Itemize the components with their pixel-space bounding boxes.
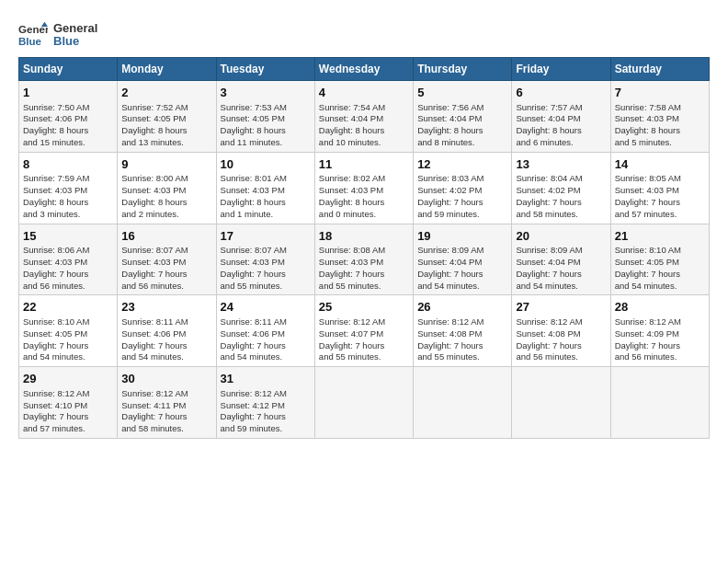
day-info-line: Daylight: 7 hours [615, 269, 705, 281]
day-number: 1 [23, 85, 113, 101]
col-header-monday: Monday [118, 58, 216, 81]
day-number: 19 [417, 228, 507, 245]
day-info-line: Sunrise: 8:11 AM [221, 316, 311, 328]
day-number: 13 [516, 156, 606, 173]
day-number: 8 [23, 156, 113, 173]
day-info-line: Sunrise: 7:58 AM [615, 102, 705, 114]
day-info-line: and 56 minutes. [121, 281, 211, 293]
day-info-line: and 3 minutes. [23, 209, 113, 221]
day-info-line: Sunset: 4:12 PM [221, 400, 311, 412]
day-number: 7 [615, 85, 705, 101]
day-info-line: Sunset: 4:04 PM [516, 113, 606, 125]
day-info-line: Daylight: 7 hours [23, 269, 113, 281]
day-cell: 25Sunrise: 8:12 AMSunset: 4:07 PMDayligh… [314, 295, 413, 367]
day-info-line: and 10 minutes. [319, 137, 409, 149]
day-number: 16 [121, 228, 211, 245]
day-cell [610, 367, 709, 439]
day-info-line: Sunrise: 8:11 AM [121, 316, 211, 328]
day-info-line: Daylight: 7 hours [516, 197, 606, 209]
day-info-line: and 54 minutes. [23, 351, 113, 363]
day-info-line: and 0 minutes. [319, 209, 409, 221]
day-info-line: Sunrise: 8:08 AM [319, 245, 409, 257]
day-number: 14 [615, 156, 705, 173]
day-info-line: Sunset: 4:09 PM [615, 328, 705, 340]
week-row-5: 29Sunrise: 8:12 AMSunset: 4:10 PMDayligh… [19, 367, 710, 439]
day-number: 18 [319, 228, 409, 245]
day-cell: 17Sunrise: 8:07 AMSunset: 4:03 PMDayligh… [216, 224, 314, 295]
day-number: 25 [319, 299, 409, 316]
day-info-line: and 56 minutes. [23, 281, 113, 293]
day-info-line: Sunrise: 8:07 AM [121, 245, 211, 257]
day-info-line: Sunrise: 8:10 AM [23, 316, 113, 328]
day-info-line: Daylight: 8 hours [23, 197, 113, 209]
day-info-line: and 8 minutes. [417, 137, 507, 149]
day-info-line: Sunrise: 8:12 AM [121, 388, 211, 400]
logo: General Blue General Blue [18, 20, 97, 50]
day-number: 9 [121, 156, 211, 173]
day-info-line: Daylight: 7 hours [121, 340, 211, 352]
day-number: 26 [417, 299, 507, 316]
day-cell: 3Sunrise: 7:53 AMSunset: 4:05 PMDaylight… [216, 81, 314, 153]
day-info-line: and 55 minutes. [319, 351, 409, 363]
col-header-saturday: Saturday [610, 58, 709, 81]
day-info-line: and 13 minutes. [121, 137, 211, 149]
day-info-line: Daylight: 7 hours [417, 197, 507, 209]
day-info-line: Daylight: 7 hours [121, 411, 211, 423]
day-info-line: and 59 minutes. [221, 423, 311, 435]
day-info-line: Sunrise: 7:52 AM [121, 102, 211, 114]
day-info-line: Daylight: 7 hours [417, 340, 507, 352]
day-info-line: Sunrise: 8:09 AM [516, 245, 606, 257]
day-cell: 20Sunrise: 8:09 AMSunset: 4:04 PMDayligh… [512, 224, 610, 295]
day-info-line: Daylight: 7 hours [615, 340, 705, 352]
day-info-line: Sunrise: 8:12 AM [417, 316, 507, 328]
day-info-line: Sunset: 4:06 PM [221, 328, 311, 340]
logo-icon: General Blue [18, 20, 48, 50]
day-number: 28 [615, 299, 705, 316]
day-info-line: Daylight: 7 hours [221, 269, 311, 281]
day-info-line: and 56 minutes. [516, 351, 606, 363]
day-info-line: Sunset: 4:02 PM [516, 185, 606, 197]
day-cell: 16Sunrise: 8:07 AMSunset: 4:03 PMDayligh… [118, 224, 216, 295]
day-info-line: Sunset: 4:02 PM [417, 185, 507, 197]
day-info-line: and 58 minutes. [516, 209, 606, 221]
day-number: 12 [417, 156, 507, 173]
day-info-line: Sunrise: 8:12 AM [516, 316, 606, 328]
day-info-line: and 55 minutes. [221, 281, 311, 293]
day-info-line: Daylight: 7 hours [319, 269, 409, 281]
day-cell: 11Sunrise: 8:02 AMSunset: 4:03 PMDayligh… [314, 152, 413, 224]
day-info-line: and 6 minutes. [516, 137, 606, 149]
day-info-line: Daylight: 7 hours [615, 197, 705, 209]
day-number: 4 [319, 85, 409, 101]
col-header-friday: Friday [512, 58, 610, 81]
day-cell: 14Sunrise: 8:05 AMSunset: 4:03 PMDayligh… [610, 152, 709, 224]
calendar-table: SundayMondayTuesdayWednesdayThursdayFrid… [18, 57, 710, 439]
day-info-line: Sunset: 4:03 PM [221, 257, 311, 269]
col-header-wednesday: Wednesday [314, 58, 413, 81]
day-info-line: Sunset: 4:06 PM [121, 328, 211, 340]
day-info-line: Sunset: 4:05 PM [121, 113, 211, 125]
day-info-line: Sunrise: 8:01 AM [221, 173, 311, 185]
week-row-3: 15Sunrise: 8:06 AMSunset: 4:03 PMDayligh… [19, 224, 710, 295]
day-cell: 15Sunrise: 8:06 AMSunset: 4:03 PMDayligh… [19, 224, 118, 295]
day-info-line: Sunset: 4:04 PM [516, 257, 606, 269]
day-info-line: Sunset: 4:05 PM [615, 257, 705, 269]
day-info-line: Sunset: 4:03 PM [23, 185, 113, 197]
day-cell: 9Sunrise: 8:00 AMSunset: 4:03 PMDaylight… [118, 152, 216, 224]
day-info-line: and 57 minutes. [615, 209, 705, 221]
day-info-line: and 54 minutes. [221, 351, 311, 363]
day-info-line: Sunrise: 8:02 AM [319, 173, 409, 185]
day-cell: 6Sunrise: 7:57 AMSunset: 4:04 PMDaylight… [512, 81, 610, 153]
day-cell: 4Sunrise: 7:54 AMSunset: 4:04 PMDaylight… [314, 81, 413, 153]
day-cell: 30Sunrise: 8:12 AMSunset: 4:11 PMDayligh… [118, 367, 216, 439]
day-info-line: Sunrise: 7:50 AM [23, 102, 113, 114]
day-info-line: Sunset: 4:03 PM [319, 257, 409, 269]
week-row-1: 1Sunrise: 7:50 AMSunset: 4:06 PMDaylight… [19, 81, 710, 153]
col-header-thursday: Thursday [414, 58, 512, 81]
day-info-line: Sunset: 4:03 PM [121, 257, 211, 269]
day-info-line: Daylight: 8 hours [221, 197, 311, 209]
day-info-line: Daylight: 7 hours [516, 340, 606, 352]
day-number: 31 [221, 371, 311, 387]
page: General Blue General Blue SundayMondayTu… [0, 0, 728, 448]
day-info-line: Sunrise: 8:09 AM [417, 245, 507, 257]
day-info-line: Daylight: 7 hours [23, 340, 113, 352]
